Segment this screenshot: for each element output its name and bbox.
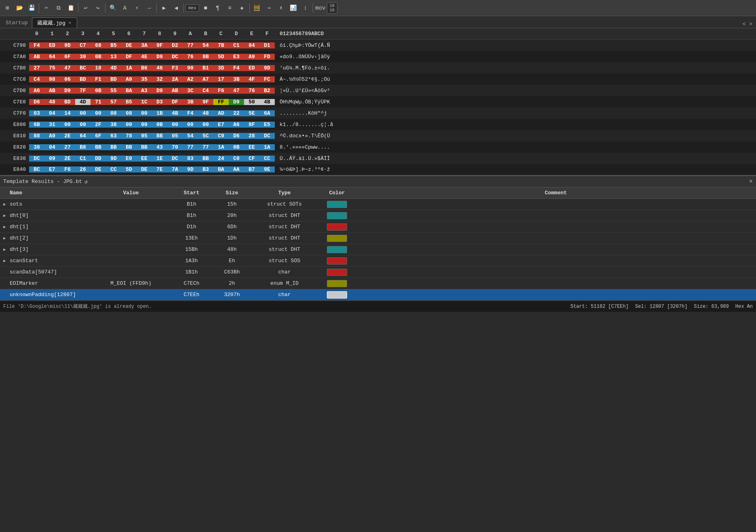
hex-byte[interactable]: FD	[259, 54, 275, 60]
template-row-dht1[interactable]: ▶ dht[1] D1h 6Dh struct DHT	[0, 221, 756, 233]
hex-byte[interactable]: 26	[75, 166, 91, 172]
hex-byte[interactable]: BD	[60, 99, 75, 105]
hex-byte[interactable]: 1C	[137, 99, 152, 105]
hex-byte[interactable]: 54	[198, 42, 213, 48]
hex-byte[interactable]: BD	[75, 76, 91, 82]
hex-byte[interactable]: 00	[137, 122, 152, 128]
hex-byte[interactable]: DC	[29, 156, 44, 162]
hex-byte[interactable]: 39	[75, 54, 91, 60]
hex-row-c7a0[interactable]: C7A0 AB 64 6F 39 0B 13 DF 4E D9 DC 76 8B…	[0, 51, 756, 62]
hex-byte[interactable]: 5E	[244, 110, 259, 116]
toolbar-run-icon[interactable]: ⚡	[131, 2, 143, 14]
hex-byte[interactable]: 9D	[60, 42, 75, 48]
expand-icon-dht3[interactable]: ▶	[3, 247, 8, 252]
hex-byte[interactable]: 00	[75, 110, 91, 116]
hex-byte[interactable]: 4F	[244, 76, 259, 82]
hex-byte[interactable]: 5D	[121, 166, 137, 172]
hex-row-c7c0[interactable]: C7C0 C4 98 06 BD F1 BD A9 35 32 2A A2 A7…	[0, 74, 756, 85]
hex-byte[interactable]: A2	[183, 76, 198, 82]
hex-byte[interactable]: 22	[229, 110, 244, 116]
hex-byte[interactable]: 48	[198, 110, 213, 116]
tab-active[interactable]: 藏藏藏.jpg ×	[32, 17, 78, 28]
hex-byte[interactable]: 54	[183, 133, 198, 139]
hex-byte[interactable]: FC	[259, 76, 275, 82]
hex-byte[interactable]: D6	[229, 133, 244, 139]
hex-byte[interactable]: 55	[106, 88, 121, 94]
hex-byte[interactable]: 17	[213, 76, 229, 82]
hex-byte[interactable]: B7	[244, 166, 259, 172]
hex-byte[interactable]: F6	[213, 88, 229, 94]
hex-byte[interactable]: B8	[75, 144, 91, 150]
hex-row-e800[interactable]: E800 6B 31 00 00 2F 38 00 00 0B 00 00 00…	[0, 119, 756, 130]
expand-icon-scanstart[interactable]: ▶	[3, 258, 8, 263]
hex-byte[interactable]: 3D	[213, 65, 229, 71]
hex-byte[interactable]: 9D	[106, 156, 121, 162]
hex-byte[interactable]: 05	[167, 133, 183, 139]
hex-byte[interactable]: 76	[183, 54, 198, 60]
tab-nav-right[interactable]: >	[748, 21, 754, 27]
hex-byte[interactable]: 13	[106, 54, 121, 60]
hex-byte[interactable]: 00	[167, 122, 183, 128]
hex-byte[interactable]: 32	[152, 76, 167, 82]
toolbar-next-icon[interactable]: →	[143, 2, 155, 14]
hex-byte[interactable]: 0B	[91, 88, 106, 94]
hex-byte[interactable]: 68	[91, 42, 106, 48]
hex-byte[interactable]: 64	[44, 54, 60, 60]
template-row-unknownpadding[interactable]: ▶ unknownPadding[12807] C7EEh 3207h char	[0, 289, 756, 301]
hex-byte[interactable]: B1	[198, 65, 213, 71]
hex-byte[interactable]: 04	[44, 110, 60, 116]
template-row-dht3[interactable]: ▶ dht[3] 15Bh 48h struct DHT	[0, 244, 756, 255]
hex-byte[interactable]: 0B	[229, 144, 244, 150]
hex-byte[interactable]: 03	[29, 110, 44, 116]
hex-byte[interactable]: BB	[91, 144, 106, 150]
hex-byte[interactable]: 5D	[213, 54, 229, 60]
hex-byte[interactable]: 77	[183, 144, 198, 150]
hex-byte[interactable]: 5C	[198, 133, 213, 139]
hex-byte[interactable]: A6	[29, 88, 44, 94]
hex-row-e810[interactable]: E810 88 A9 2E 64 6F 63 78 95 BB 05 54 5C…	[0, 130, 756, 141]
hex-byte[interactable]: 27	[29, 65, 44, 71]
hex-row-e830[interactable]: E830 DC 09 2E C1 DD 9D E0 EE 1E DC 83 BB…	[0, 153, 756, 164]
hex-byte[interactable]: 14	[60, 110, 75, 116]
toolbar-paragraph-icon[interactable]: ¶	[212, 2, 223, 14]
hex-byte[interactable]: 00	[183, 122, 198, 128]
hex-byte[interactable]: E3	[229, 54, 244, 60]
toolbar-square-icon[interactable]: ■	[200, 2, 211, 14]
hex-byte[interactable]: A9	[244, 54, 259, 60]
hex-byte[interactable]: E7	[213, 122, 229, 128]
hex-byte[interactable]: A9	[44, 133, 60, 139]
hex-byte[interactable]: 00	[60, 122, 75, 128]
toolbar-search-icon[interactable]: 🔍	[107, 2, 118, 14]
template-row-dht2[interactable]: ▶ dht[2] 13Eh 1Dh struct DHT	[0, 233, 756, 244]
hex-row-c7e0[interactable]: C7E0 D6 48 BD 4D 71 57 B5 1C D3 DF 3B 9F…	[0, 96, 756, 107]
hex-byte[interactable]: D9	[60, 88, 75, 94]
hex-byte[interactable]: AA	[229, 166, 244, 172]
hex-byte[interactable]: AD	[213, 110, 229, 116]
hex-byte[interactable]: BA	[213, 166, 229, 172]
hex-byte[interactable]: F3	[167, 65, 183, 71]
hex-byte[interactable]: B5	[106, 42, 121, 48]
toolbar-hex-badge[interactable]: Hex	[185, 4, 199, 12]
hex-byte[interactable]: 09	[44, 156, 60, 162]
hex-byte[interactable]: 00	[137, 110, 152, 116]
hex-byte[interactable]: 18	[91, 65, 106, 71]
hex-byte[interactable]: C4	[198, 88, 213, 94]
template-row-scandata[interactable]: ▶ scanData[50747] 1B1h C63Bh char	[0, 267, 756, 278]
hex-byte[interactable]: F4	[183, 110, 198, 116]
expand-icon-sots[interactable]: ▶	[3, 202, 8, 207]
hex-byte[interactable]: DE	[121, 42, 137, 48]
hex-byte[interactable]: 0B	[152, 122, 167, 128]
hex-byte[interactable]: 78	[121, 133, 137, 139]
hex-byte[interactable]: B6	[137, 65, 152, 71]
hex-byte[interactable]: 7A	[167, 166, 183, 172]
toolbar-mov-icon[interactable]: mov	[315, 2, 326, 14]
hex-byte[interactable]: 2F	[91, 122, 106, 128]
hex-byte[interactable]: 2E	[60, 156, 75, 162]
hex-byte[interactable]: ED	[44, 42, 60, 48]
hex-row-c7d0[interactable]: C7D0 A6 AB D9 7F 0B 55 BA A3 D9 AB 3C C4…	[0, 85, 756, 96]
hex-byte[interactable]: CC	[259, 156, 275, 162]
hex-row-c790[interactable]: C790 F4 ED 9D C7 68 B5 DE 3A 9F D2 77 54…	[0, 40, 756, 51]
hex-byte[interactable]: 04	[44, 144, 60, 150]
hex-byte[interactable]: 9F	[198, 99, 213, 105]
hex-byte[interactable]: 9F	[152, 42, 167, 48]
